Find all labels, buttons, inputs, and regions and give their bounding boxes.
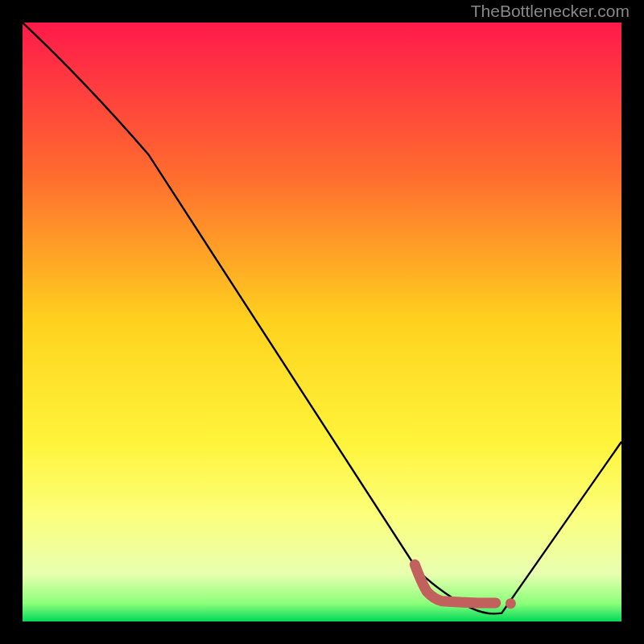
chart-container: TheBottlenecker.com (0, 0, 644, 644)
bottleneck-chart (23, 23, 621, 621)
gradient-background (23, 23, 621, 621)
watermark-text: TheBottlenecker.com (471, 2, 630, 21)
plot-area (23, 23, 621, 621)
optimal-marker-dot (506, 598, 516, 609)
